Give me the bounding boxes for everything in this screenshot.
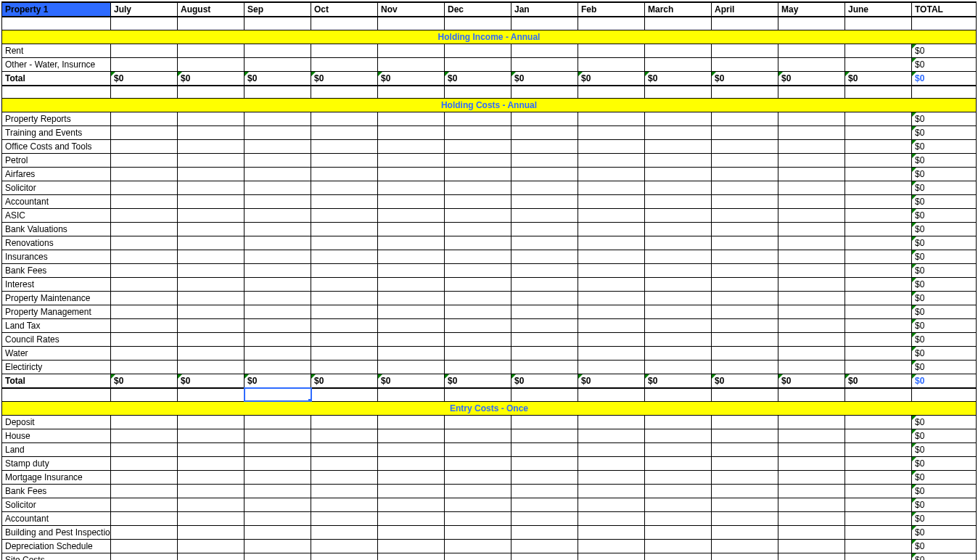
cell[interactable] — [244, 86, 311, 99]
cell[interactable] — [511, 498, 578, 511]
cell[interactable] — [511, 429, 578, 442]
cell[interactable] — [244, 195, 311, 209]
cell[interactable] — [311, 415, 378, 429]
cell[interactable] — [712, 429, 778, 442]
cell[interactable] — [645, 470, 712, 484]
cell[interactable] — [578, 442, 645, 456]
row-total[interactable]: $0 — [912, 442, 977, 456]
cell[interactable] — [378, 511, 445, 525]
row-total[interactable]: $0 — [912, 168, 977, 181]
cell[interactable] — [445, 236, 511, 250]
cell[interactable] — [645, 86, 712, 99]
cell[interactable] — [244, 250, 311, 264]
cell[interactable] — [578, 333, 645, 347]
cell[interactable] — [244, 168, 311, 181]
cell[interactable] — [778, 388, 845, 401]
total-month[interactable]: $0 — [712, 71, 778, 86]
cell[interactable] — [645, 181, 712, 195]
cell[interactable] — [111, 44, 178, 57]
cell[interactable] — [178, 236, 244, 250]
cell[interactable] — [244, 553, 311, 560]
cell[interactable] — [845, 553, 912, 560]
row-label[interactable]: Land — [2, 442, 111, 456]
cell[interactable] — [111, 511, 178, 525]
cell[interactable] — [845, 347, 912, 361]
cell[interactable] — [712, 86, 778, 99]
cell[interactable] — [378, 154, 445, 168]
cell[interactable] — [378, 44, 445, 57]
row-label[interactable]: Bank Fees — [2, 264, 111, 278]
cell[interactable] — [378, 181, 445, 195]
total-month[interactable]: $0 — [244, 71, 311, 86]
cell[interactable] — [645, 498, 712, 511]
cell[interactable] — [311, 470, 378, 484]
cell[interactable] — [111, 525, 178, 539]
section-title[interactable]: Entry Costs - Once — [2, 401, 977, 415]
cell[interactable] — [511, 319, 578, 333]
total-month[interactable]: $0 — [378, 374, 445, 389]
cell[interactable] — [845, 86, 912, 99]
row-label[interactable]: Stamp duty — [2, 456, 111, 470]
row-label[interactable]: House — [2, 429, 111, 442]
cell[interactable] — [111, 168, 178, 181]
cell[interactable] — [511, 278, 578, 292]
cell[interactable] — [645, 319, 712, 333]
header-month[interactable]: May — [778, 2, 845, 17]
cell[interactable] — [111, 429, 178, 442]
cell[interactable] — [445, 126, 511, 140]
row-label[interactable]: Property Management — [2, 305, 111, 319]
row-label[interactable]: Training and Events — [2, 126, 111, 140]
cell[interactable] — [845, 44, 912, 57]
cell[interactable] — [845, 361, 912, 374]
cell[interactable] — [244, 154, 311, 168]
cell[interactable] — [778, 57, 845, 71]
cell[interactable] — [712, 484, 778, 498]
total-month[interactable]: $0 — [511, 374, 578, 389]
row-total[interactable]: $0 — [912, 456, 977, 470]
cell[interactable] — [445, 264, 511, 278]
cell[interactable] — [578, 525, 645, 539]
cell[interactable] — [511, 250, 578, 264]
cell[interactable] — [111, 292, 178, 305]
row-label[interactable]: Bank Valuations — [2, 223, 111, 236]
cell[interactable] — [645, 525, 712, 539]
total-label[interactable]: Total — [2, 374, 111, 389]
cell[interactable] — [445, 553, 511, 560]
cell[interactable] — [645, 484, 712, 498]
cell[interactable] — [578, 57, 645, 71]
row-total[interactable]: $0 — [912, 57, 977, 71]
row-label[interactable]: Depreciation Schedule — [2, 539, 111, 553]
header-month[interactable]: Oct — [311, 2, 378, 17]
cell[interactable] — [378, 539, 445, 553]
cell[interactable] — [778, 429, 845, 442]
cell[interactable] — [511, 168, 578, 181]
cell[interactable] — [845, 17, 912, 30]
cell[interactable] — [445, 333, 511, 347]
cell[interactable] — [178, 250, 244, 264]
cell[interactable] — [645, 57, 712, 71]
cell[interactable] — [311, 236, 378, 250]
cell[interactable] — [712, 553, 778, 560]
row-label[interactable]: Petrol — [2, 154, 111, 168]
cell[interactable] — [244, 17, 311, 30]
cell[interactable] — [511, 195, 578, 209]
cell[interactable] — [712, 525, 778, 539]
cell[interactable] — [712, 361, 778, 374]
cell[interactable] — [178, 140, 244, 154]
cell[interactable] — [845, 484, 912, 498]
cell[interactable] — [311, 44, 378, 57]
cell[interactable] — [311, 278, 378, 292]
cell[interactable] — [578, 498, 645, 511]
cell[interactable] — [378, 126, 445, 140]
cell[interactable] — [244, 209, 311, 223]
cell[interactable] — [178, 112, 244, 126]
header-month[interactable]: July — [111, 2, 178, 17]
cell[interactable] — [645, 305, 712, 319]
row-label[interactable]: Airfares — [2, 168, 111, 181]
cell[interactable] — [645, 236, 712, 250]
cell[interactable] — [378, 429, 445, 442]
cell[interactable] — [378, 415, 445, 429]
row-total[interactable]: $0 — [912, 319, 977, 333]
row-total[interactable]: $0 — [912, 112, 977, 126]
cell[interactable] — [311, 442, 378, 456]
